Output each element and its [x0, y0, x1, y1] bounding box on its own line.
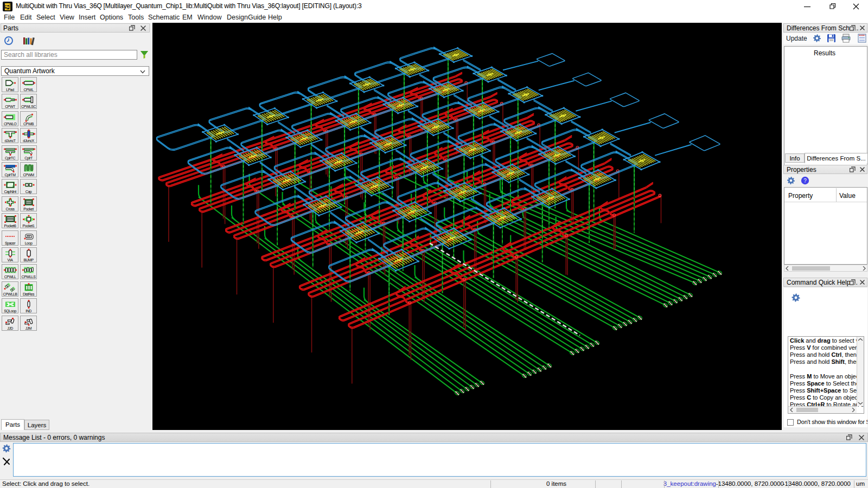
svg-text:?: ?	[803, 178, 807, 184]
